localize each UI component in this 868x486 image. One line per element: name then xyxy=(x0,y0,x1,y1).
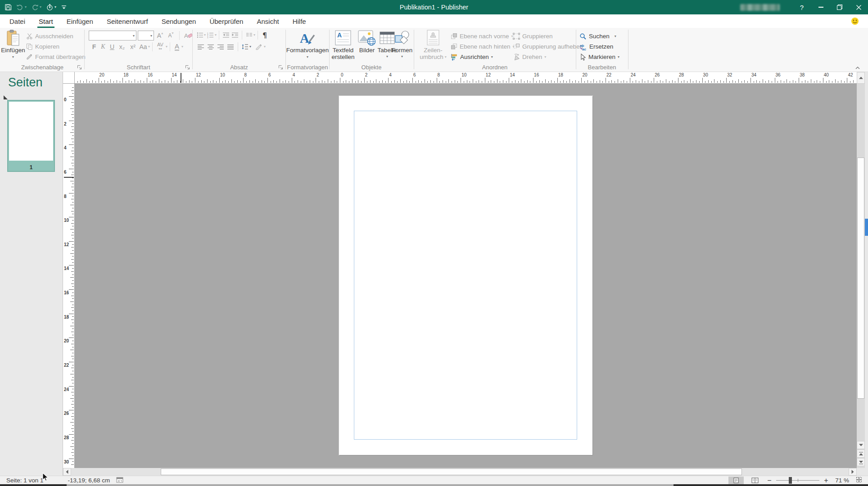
tab-ansicht[interactable]: Ansicht xyxy=(250,14,285,28)
previous-page-button[interactable] xyxy=(857,450,865,458)
scroll-left-button[interactable] xyxy=(63,468,71,476)
zoom-level[interactable]: 71 % xyxy=(833,477,849,484)
tab-seitenentwurf[interactable]: Seitenentwurf xyxy=(100,14,155,28)
tab-hilfe[interactable]: Hilfe xyxy=(286,14,313,28)
bold-button[interactable]: F xyxy=(90,43,99,50)
align-right-button[interactable] xyxy=(216,44,226,50)
paste-button[interactable]: Einfügen ▾ xyxy=(3,29,23,64)
save-button[interactable] xyxy=(5,4,12,11)
zoom-slider-thumb[interactable] xyxy=(789,477,792,484)
publication-page[interactable] xyxy=(339,96,592,455)
ungroup-button[interactable]: Gruppierung aufheben xyxy=(513,42,583,51)
two-page-spread-view-button[interactable] xyxy=(747,477,763,484)
styles-dropdown[interactable]: ▾ xyxy=(307,55,308,59)
minimize-button[interactable] xyxy=(811,0,830,14)
text-wrap-button[interactable]: Zeilen- umbruch▾ xyxy=(419,29,447,64)
align-objects-button[interactable]: Ausrichten▾ xyxy=(451,52,493,62)
tab-ueberpruefen[interactable]: Überprüfen xyxy=(203,14,250,28)
bring-forward-button[interactable]: Ebene nach vorne▾ xyxy=(451,32,513,41)
font-name-combo[interactable]: ▾ xyxy=(89,31,136,40)
find-button[interactable]: Suchen▾ xyxy=(579,32,616,41)
clear-formatting-button[interactable]: A xyxy=(183,32,193,39)
fit-page-button[interactable] xyxy=(855,476,863,485)
object-position-status[interactable]: -13,19; 6,68 cm xyxy=(68,477,110,484)
pictures-button[interactable]: Bilder xyxy=(357,29,377,64)
tab-einfuegen[interactable]: Einfügen xyxy=(60,14,100,28)
table-dropdown[interactable]: ▾ xyxy=(386,55,388,58)
undo-dropdown[interactable]: ▾ xyxy=(25,5,27,9)
horizontal-scrollbar[interactable] xyxy=(63,468,857,476)
close-button[interactable] xyxy=(849,0,868,14)
horizontal-scroll-thumb[interactable] xyxy=(161,468,742,475)
vertical-scrollbar[interactable] xyxy=(857,72,865,468)
subscript-button[interactable]: x₂ xyxy=(117,43,127,50)
collapse-ribbon-icon[interactable] xyxy=(854,65,861,72)
rotate-button[interactable]: Drehen▾ xyxy=(513,52,546,62)
horizontal-ruler[interactable]: 2018161412108642024681012141618202224262… xyxy=(75,72,857,84)
format-painter-button[interactable]: Format übertragen xyxy=(26,52,86,62)
cut-button[interactable]: Ausschneiden xyxy=(26,32,73,41)
zoom-in-button[interactable]: + xyxy=(823,477,829,485)
scroll-right-button[interactable] xyxy=(849,468,857,476)
font-color-button[interactable]: A xyxy=(172,43,181,51)
bullets-button[interactable] xyxy=(196,32,204,38)
zoom-slider[interactable] xyxy=(776,477,819,484)
scroll-down-button[interactable] xyxy=(857,441,865,449)
replace-button[interactable]: abac Ersetzen xyxy=(579,42,613,51)
superscript-button[interactable]: x² xyxy=(127,43,138,50)
decrease-indent-button[interactable] xyxy=(222,32,231,38)
paragraph-dialog-launcher-icon[interactable] xyxy=(278,64,284,70)
change-case-button[interactable]: Aa xyxy=(138,43,148,50)
show-formatting-button[interactable]: ¶ xyxy=(260,31,269,40)
tab-sendungen[interactable]: Sendungen xyxy=(155,14,203,28)
draw-textbox-button[interactable]: A Textfeld erstellen xyxy=(330,29,356,64)
user-account-block[interactable] xyxy=(740,4,780,11)
send-backward-button[interactable]: Ebene nach hinten▾ xyxy=(451,42,515,51)
scroll-up-button[interactable] xyxy=(857,72,865,84)
customize-quick-access-button[interactable] xyxy=(61,4,67,11)
vertical-scroll-thumb[interactable] xyxy=(857,158,864,399)
clipboard-dialog-launcher-icon[interactable] xyxy=(77,64,82,70)
redo-dropdown[interactable]: ▾ xyxy=(40,5,41,9)
tab-start[interactable]: Start xyxy=(32,14,60,28)
select-button[interactable]: Markieren▾ xyxy=(579,52,619,62)
font-size-combo[interactable]: ▾ xyxy=(138,31,154,40)
increase-indent-button[interactable] xyxy=(231,32,240,38)
object-size-icon[interactable] xyxy=(116,477,123,484)
page-thumbnail[interactable]: 1 xyxy=(7,100,55,172)
single-page-view-button[interactable] xyxy=(728,477,744,484)
shapes-dropdown[interactable]: ▾ xyxy=(401,55,403,58)
columns-button[interactable] xyxy=(244,32,253,38)
zoom-out-button[interactable]: − xyxy=(766,477,773,485)
align-left-button[interactable] xyxy=(196,44,206,50)
feedback-smiley-icon[interactable] xyxy=(851,17,859,27)
borders-button[interactable] xyxy=(254,44,264,50)
character-spacing-button[interactable]: AV↔ xyxy=(155,43,166,51)
restore-button[interactable] xyxy=(830,0,849,14)
justify-button[interactable] xyxy=(226,44,235,50)
paste-dropdown[interactable]: ▾ xyxy=(12,55,14,59)
grow-font-button[interactable]: A▴ xyxy=(155,32,165,39)
tab-datei[interactable]: Datei xyxy=(3,14,32,28)
shrink-font-button[interactable]: A▾ xyxy=(166,32,176,39)
undo-button[interactable]: ▾ xyxy=(16,4,27,11)
line-spacing-button[interactable] xyxy=(240,44,249,50)
copy-button[interactable]: Kopieren xyxy=(26,42,59,51)
touch-mode-dropdown[interactable]: ▾ xyxy=(54,5,56,9)
italic-button[interactable]: K xyxy=(99,43,108,50)
numbering-button[interactable]: 123 xyxy=(206,32,215,38)
page-status[interactable]: Seite: 1 von 1 xyxy=(6,477,44,484)
group-objects-button[interactable]: Gruppieren xyxy=(513,32,553,41)
font-dialog-launcher-icon[interactable] xyxy=(185,64,190,70)
workspace-canvas[interactable] xyxy=(75,84,857,468)
underline-button[interactable]: U xyxy=(108,43,117,50)
align-center-button[interactable] xyxy=(206,44,216,50)
touch-mode-button[interactable]: ▾ xyxy=(46,4,56,11)
vertical-ruler[interactable]: 024681012141618202224262830 xyxy=(63,84,75,468)
styles-button[interactable]: A Formatvorlagen ▾ xyxy=(289,29,326,64)
shapes-button[interactable]: Formen ▾ xyxy=(391,29,413,64)
help-button[interactable]: ? xyxy=(792,0,811,14)
next-page-button[interactable] xyxy=(857,458,865,466)
redo-button[interactable]: ▾ xyxy=(31,4,41,11)
collapse-panel-icon[interactable] xyxy=(4,95,8,99)
